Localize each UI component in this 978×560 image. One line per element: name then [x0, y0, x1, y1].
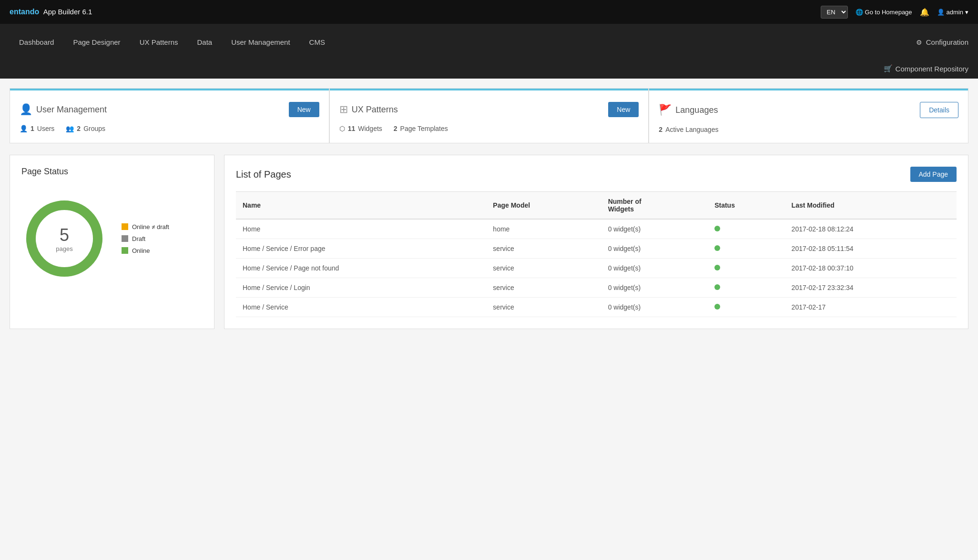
page-status-card: Page Status 5 pages	[10, 155, 214, 329]
cell-widgets: 0 widget(s)	[601, 259, 708, 278]
component-icon: 🛒	[884, 64, 893, 73]
legend-label-online: Online	[132, 247, 150, 254]
status-dot	[714, 265, 720, 270]
goto-homepage-button[interactable]: 🌐 Go to Homepage	[856, 9, 912, 16]
col-name: Name	[236, 192, 486, 220]
card-header-user-management: 👤 User Management New	[20, 102, 319, 117]
donut-label: 5 pages	[56, 225, 72, 252]
users-stat: 👤 1 Users	[20, 125, 54, 132]
cards-row: 👤 User Management New 👤 1 Users 👥 2 Grou…	[10, 88, 968, 143]
component-repository-label: Component Repository	[896, 65, 968, 73]
col-page-model: Page Model	[486, 192, 601, 220]
language-selector[interactable]: EN	[821, 6, 848, 19]
donut-number: 5	[56, 225, 72, 245]
user-management-stats: 👤 1 Users 👥 2 Groups	[20, 125, 319, 132]
cell-name: Home	[236, 219, 486, 239]
admin-menu-button[interactable]: 👤 admin ▾	[937, 9, 968, 16]
nav-data[interactable]: Data	[188, 24, 222, 60]
languages-card: 🚩 Languages Details 2 Active Languages	[649, 88, 968, 143]
add-page-button[interactable]: Add Page	[910, 167, 957, 182]
legend-online: Online	[122, 247, 169, 254]
configuration-link[interactable]: Configuration	[926, 38, 968, 46]
table-row[interactable]: Home / Service / Error page service 0 wi…	[236, 239, 957, 259]
nav-cms[interactable]: CMS	[300, 24, 335, 60]
globe-icon: 🌐	[856, 9, 863, 16]
cell-widgets: 0 widget(s)	[601, 278, 708, 298]
cell-name: Home / Service / Page not found	[236, 259, 486, 278]
users-icon: 👤	[20, 125, 28, 132]
table-row[interactable]: Home / Service / Login service 0 widget(…	[236, 278, 957, 298]
legend-color-online	[122, 247, 128, 254]
main-content: 👤 User Management New 👤 1 Users 👥 2 Grou…	[0, 79, 978, 339]
chevron-down-icon: ▾	[965, 9, 968, 16]
languages-icon: 🚩	[659, 104, 672, 116]
card-top-border-ux	[330, 89, 649, 90]
table-row[interactable]: Home / Service / Page not found service …	[236, 259, 957, 278]
cell-name: Home / Service / Login	[236, 278, 486, 298]
active-languages-stat: 2 Active Languages	[659, 126, 718, 133]
cell-widgets: 0 widget(s)	[601, 239, 708, 259]
list-of-pages-card: List of Pages Add Page Name Page Model N…	[224, 155, 968, 329]
nav-page-designer[interactable]: Page Designer	[63, 24, 130, 60]
app-title: App Builder 6.1	[43, 8, 92, 16]
languages-stats: 2 Active Languages	[659, 126, 958, 133]
pages-table: Name Page Model Number ofWidgets Status …	[236, 191, 957, 317]
topbar-right: EN 🌐 Go to Homepage 🔔 👤 admin ▾	[821, 6, 968, 19]
card-title-languages: 🚩 Languages	[659, 104, 718, 116]
topbar: entando App Builder 6.1 EN 🌐 Go to Homep…	[0, 0, 978, 24]
logo-entando: entando	[10, 8, 39, 16]
groups-count: 2	[77, 125, 81, 132]
navbar: Dashboard Page Designer UX Patterns Data…	[0, 24, 978, 79]
active-count: 2	[659, 126, 662, 133]
cell-modified: 2017-02-18 00:37:10	[785, 259, 957, 278]
nav-dashboard[interactable]: Dashboard	[10, 24, 63, 60]
legend-online-ne-draft: Online ≠ draft	[122, 223, 169, 230]
col-status: Status	[708, 192, 784, 220]
languages-details-button[interactable]: Details	[920, 102, 958, 118]
user-icon: 👤	[937, 9, 945, 16]
page-status-title: Page Status	[21, 167, 203, 177]
user-management-card: 👤 User Management New 👤 1 Users 👥 2 Grou…	[10, 88, 329, 143]
nav-ux-patterns[interactable]: UX Patterns	[130, 24, 188, 60]
donut-chart: 5 pages	[21, 196, 107, 281]
legend-draft: Draft	[122, 235, 169, 242]
navbar-main: Dashboard Page Designer UX Patterns Data…	[10, 24, 916, 60]
user-management-icon: 👤	[20, 103, 32, 116]
component-repository-link[interactable]: 🛒 Component Repository	[884, 64, 968, 73]
ux-patterns-new-button[interactable]: New	[608, 102, 639, 117]
cell-model: service	[486, 259, 601, 278]
table-row[interactable]: Home / Service service 0 widget(s) 2017-…	[236, 298, 957, 317]
card-title-user-management: 👤 User Management	[20, 103, 107, 116]
list-pages-header: List of Pages Add Page	[236, 167, 957, 182]
cell-status	[708, 239, 784, 259]
list-pages-title: List of Pages	[236, 169, 291, 180]
notifications-icon[interactable]: 🔔	[920, 8, 929, 17]
goto-homepage-label: Go to Homepage	[865, 9, 912, 16]
legend: Online ≠ draft Draft Online	[122, 223, 169, 254]
table-header-row: Name Page Model Number ofWidgets Status …	[236, 192, 957, 220]
cell-modified: 2017-02-17	[785, 298, 957, 317]
admin-label: admin	[947, 9, 963, 16]
cell-status	[708, 278, 784, 298]
bottom-row: Page Status 5 pages	[10, 155, 968, 329]
legend-color-draft	[122, 235, 128, 242]
card-title-ux-patterns: ⊞ UX Patterns	[339, 103, 398, 116]
col-last-modified: Last Modified	[785, 192, 957, 220]
legend-label-draft: Draft	[132, 235, 145, 242]
donut-text: pages	[56, 245, 72, 252]
table-row[interactable]: Home home 0 widget(s) 2017-02-18 08:12:2…	[236, 219, 957, 239]
user-management-new-button[interactable]: New	[289, 102, 319, 117]
widgets-stat: ⬡ 11 Widgets	[339, 125, 382, 132]
card-header-languages: 🚩 Languages Details	[659, 102, 958, 118]
app-logo: entando App Builder 6.1	[10, 8, 92, 16]
page-templates-label: Page Templates	[400, 125, 448, 132]
widget-icon: ⬡	[339, 125, 345, 132]
navbar-secondary: 🛒 Component Repository	[10, 60, 968, 79]
cell-modified: 2017-02-18 08:12:24	[785, 219, 957, 239]
active-label: Active Languages	[665, 126, 718, 133]
nav-user-management[interactable]: User Management	[222, 24, 299, 60]
groups-label: Groups	[83, 125, 105, 132]
cell-name: Home / Service	[236, 298, 486, 317]
ux-patterns-title: UX Patterns	[352, 105, 398, 115]
widgets-count: 11	[348, 125, 356, 132]
